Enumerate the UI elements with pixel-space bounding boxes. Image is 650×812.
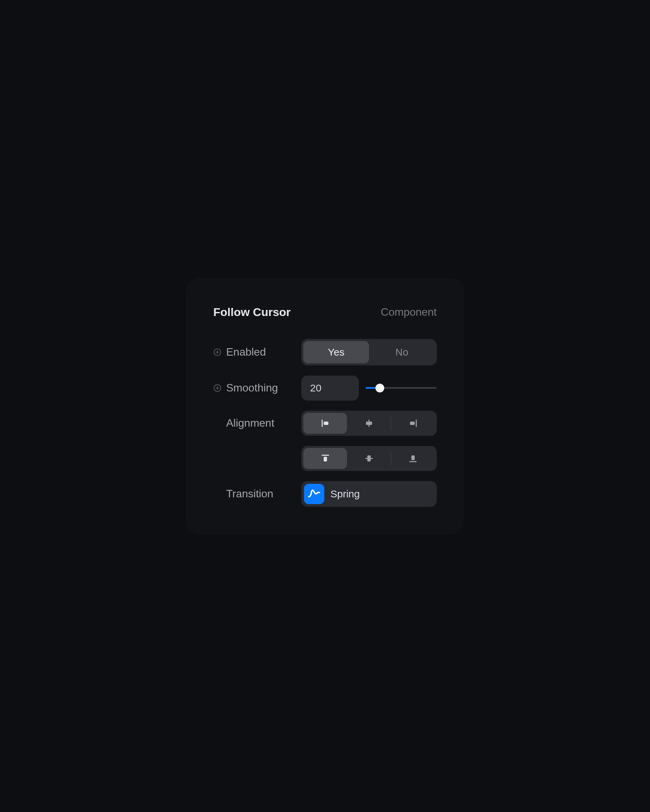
align-right-icon (407, 418, 419, 429)
plus-circle-icon[interactable] (213, 348, 222, 356)
enabled-yes-button[interactable]: Yes (303, 341, 369, 363)
align-top-button[interactable] (303, 448, 347, 469)
panel-header: Follow Cursor Component (213, 305, 437, 319)
slider-thumb[interactable] (375, 384, 384, 392)
smoothing-input[interactable] (301, 375, 359, 401)
align-center-v-icon (363, 453, 375, 464)
align-left-icon (320, 418, 331, 429)
enabled-toggle: Yes No (301, 339, 437, 365)
properties-panel: Follow Cursor Component Enabled Yes No S… (186, 278, 464, 534)
transition-row: Transition Spring (213, 481, 437, 507)
svg-rect-16 (409, 461, 417, 462)
spring-icon (304, 484, 324, 504)
smoothing-row: Smoothing (213, 375, 437, 401)
horizontal-alignment-group (301, 411, 437, 436)
align-top-icon (320, 453, 331, 464)
align-right-button[interactable] (391, 413, 435, 434)
panel-title: Follow Cursor (213, 305, 291, 319)
plus-circle-icon[interactable] (213, 384, 222, 392)
align-bottom-icon (407, 453, 419, 464)
svg-rect-11 (410, 421, 415, 425)
svg-rect-9 (366, 421, 372, 425)
svg-rect-12 (322, 455, 329, 456)
transition-label: Transition (226, 487, 273, 500)
smoothing-slider[interactable] (366, 381, 437, 395)
alignment-vertical-row (213, 446, 437, 471)
alignment-label: Alignment (226, 417, 274, 429)
panel-subtitle: Component (381, 306, 437, 318)
transition-value: Spring (330, 488, 360, 500)
vertical-alignment-group (301, 446, 437, 471)
enabled-no-button[interactable]: No (369, 341, 435, 363)
svg-rect-6 (322, 420, 323, 427)
alignment-horizontal-row: Alignment (213, 411, 437, 436)
align-left-button[interactable] (303, 413, 347, 434)
svg-rect-10 (416, 420, 417, 427)
align-bottom-button[interactable] (391, 448, 435, 469)
svg-rect-13 (324, 457, 327, 461)
smoothing-label: Smoothing (226, 382, 278, 394)
transition-select[interactable]: Spring (301, 481, 437, 507)
svg-rect-7 (324, 421, 328, 425)
align-center-h-icon (363, 418, 375, 429)
svg-rect-17 (411, 455, 415, 460)
enabled-row: Enabled Yes No (213, 339, 437, 365)
svg-rect-15 (367, 455, 371, 461)
align-center-v-button[interactable] (347, 448, 391, 469)
enabled-label: Enabled (226, 346, 266, 358)
align-center-h-button[interactable] (347, 413, 391, 434)
